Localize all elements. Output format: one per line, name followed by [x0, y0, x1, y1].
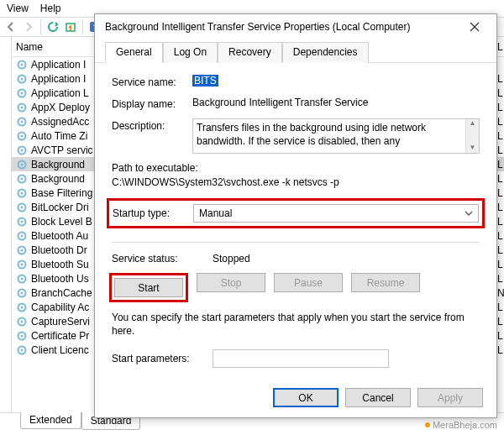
label-start-params: Start parameters: [112, 353, 213, 364]
service-icon [16, 316, 28, 328]
chevron-down-icon [465, 211, 473, 216]
label-startup-type: Startup type: [113, 207, 193, 219]
watermark-text: MeraBheja.com [433, 420, 497, 430]
svg-point-28 [21, 206, 24, 208]
svg-point-48 [21, 349, 24, 351]
service-icon [16, 216, 28, 228]
tab-logon[interactable]: Log On [163, 42, 218, 63]
control-buttons: Start Stop Pause Resume [112, 273, 480, 302]
start-params-input[interactable] [213, 349, 389, 368]
service-icon [16, 102, 28, 113]
svg-point-42 [21, 306, 24, 308]
back-icon[interactable] [3, 19, 18, 34]
service-icon [16, 87, 28, 99]
svg-point-8 [21, 63, 24, 66]
refresh-icon[interactable] [45, 19, 60, 34]
watermark-dot [425, 422, 430, 427]
toolbar-divider [82, 19, 83, 34]
svg-point-32 [21, 234, 24, 237]
svg-point-40 [21, 291, 24, 294]
tab-recovery[interactable]: Recovery [218, 42, 282, 63]
svg-point-16 [21, 120, 24, 123]
tab-dependencies[interactable]: Dependencies [282, 42, 369, 63]
service-icon [16, 202, 28, 213]
service-icon [16, 159, 28, 170]
toolbar-divider [40, 19, 41, 34]
resume-button: Resume [351, 273, 420, 292]
svg-point-14 [21, 106, 24, 108]
close-button[interactable] [458, 16, 491, 38]
menu-help[interactable]: Help [40, 3, 61, 14]
service-icon [16, 116, 28, 128]
left-strip [0, 37, 12, 412]
start-highlight: Start [109, 273, 188, 302]
svg-point-26 [21, 191, 24, 194]
svg-point-10 [21, 77, 24, 80]
value-service-status: Stopped [213, 253, 250, 265]
service-icon [16, 330, 28, 342]
ok-button[interactable]: OK [273, 388, 339, 407]
svg-point-18 [21, 134, 24, 137]
svg-point-34 [21, 249, 24, 251]
svg-point-20 [21, 149, 24, 151]
value-display-name: Background Intelligent Transfer Service [192, 97, 480, 108]
dialog-buttons: OK Cancel Apply [273, 388, 483, 407]
label-description: Description: [112, 118, 192, 132]
tab-general[interactable]: General [105, 42, 163, 63]
tab-extended[interactable]: Extended [20, 412, 81, 429]
dialog-body: Service name: BITS Display name: Backgro… [95, 63, 496, 368]
service-icon [16, 59, 28, 71]
svg-point-22 [21, 163, 24, 165]
service-icon [16, 73, 28, 85]
svg-point-12 [21, 92, 24, 94]
svg-point-44 [21, 320, 24, 322]
properties-dialog: Background Intelligent Transfer Service … [94, 13, 497, 418]
service-icon [16, 187, 28, 199]
forward-icon[interactable] [21, 19, 36, 34]
separator [112, 242, 480, 243]
note-text: You can specify the start parameters tha… [112, 311, 480, 338]
value-description: Transfers files in the background using … [197, 122, 426, 147]
stop-button: Stop [197, 273, 265, 292]
startup-type-value: Manual [199, 207, 232, 219]
value-path: C:\WINDOWS\System32\svchost.exe -k netsv… [112, 176, 480, 188]
apply-button: Apply [417, 388, 483, 407]
startup-type-select[interactable]: Manual [193, 204, 479, 223]
dialog-title: Background Intelligent Transfer Service … [105, 21, 458, 33]
svg-point-38 [21, 277, 24, 280]
export-icon[interactable] [63, 19, 78, 34]
service-icon [16, 344, 28, 356]
service-icon [16, 301, 28, 313]
dialog-titlebar: Background Intelligent Transfer Service … [95, 14, 496, 39]
service-icon [16, 173, 28, 185]
value-service-name: BITS [192, 75, 218, 86]
service-icon [16, 287, 28, 299]
service-icon [16, 144, 28, 156]
start-button[interactable]: Start [114, 278, 183, 297]
label-path: Path to executable: [112, 162, 480, 174]
service-icon [16, 230, 28, 242]
svg-point-36 [21, 263, 24, 265]
service-icon [16, 259, 28, 270]
svg-point-24 [21, 177, 24, 180]
menu-view[interactable]: View [7, 3, 29, 14]
label-service-name: Service name: [112, 75, 192, 88]
watermark: MeraBheja.com [425, 420, 497, 430]
description-scrollbar[interactable]: ▲▼ [465, 119, 479, 153]
cancel-button[interactable]: Cancel [345, 388, 411, 407]
service-icon [16, 130, 28, 142]
svg-point-46 [21, 334, 24, 337]
label-display-name: Display name: [112, 97, 192, 110]
svg-point-30 [21, 220, 24, 223]
startup-type-row: Startup type: Manual [107, 198, 485, 228]
label-service-status: Service status: [112, 253, 213, 265]
service-icon [16, 273, 28, 285]
pause-button: Pause [274, 273, 343, 292]
dialog-tabstrip: General Log On Recovery Dependencies [95, 41, 496, 63]
service-icon [16, 244, 28, 256]
description-box: Transfers files in the background using … [192, 118, 480, 154]
